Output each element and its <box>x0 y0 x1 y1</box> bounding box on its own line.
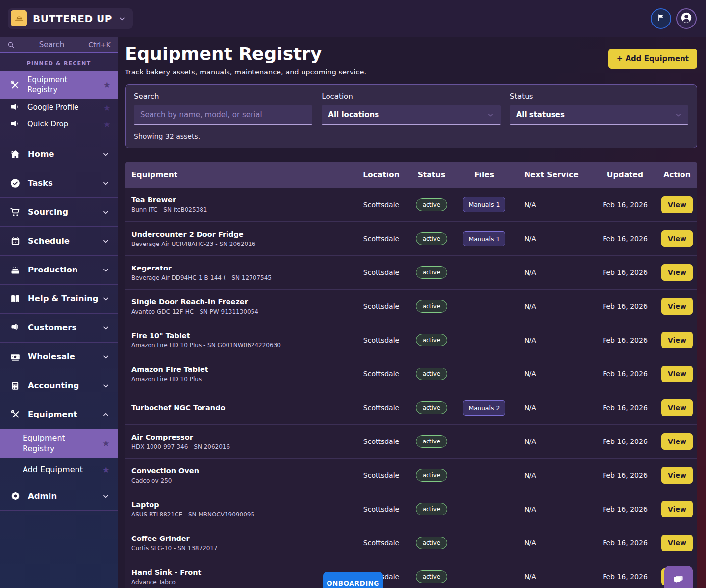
equipment-name: Tea Brewer <box>131 196 351 204</box>
calculator-icon <box>9 381 22 391</box>
view-button[interactable]: View <box>661 264 693 281</box>
chevron-down-icon[interactable] <box>102 266 110 274</box>
column-header-next-service: Next Service <box>517 171 593 179</box>
tasks-icon <box>9 178 22 189</box>
calendar-icon <box>9 236 22 246</box>
book-icon <box>9 294 22 304</box>
chevron-down-icon[interactable] <box>102 295 110 303</box>
chevron-down-icon[interactable] <box>102 492 110 500</box>
updated-cell: Feb 16, 2026 <box>593 336 657 344</box>
user-icon <box>680 11 693 26</box>
status-badge: active <box>416 368 447 380</box>
home-icon <box>9 149 22 160</box>
sidebar-item-accounting[interactable]: Accounting <box>0 371 118 400</box>
table-row: Air CompressorHDX 1000-997-346 - SN 2062… <box>125 424 697 458</box>
equipment-model: Bunn ITC - SN itcB025381 <box>131 206 351 213</box>
status-filter-label: Status <box>510 92 688 101</box>
sidebar-item-help-training[interactable]: Help & Training <box>0 284 118 313</box>
star-icon[interactable]: ★ <box>102 439 110 448</box>
chat-widget-button[interactable] <box>664 566 693 588</box>
flag-button[interactable] <box>651 8 671 29</box>
chevron-down-icon[interactable] <box>102 382 110 390</box>
megaphone-icon <box>9 322 22 333</box>
top-bar: BUTTERED UP <box>0 0 706 37</box>
search-input[interactable] <box>134 105 312 125</box>
manuals-button[interactable]: Manuals 2 <box>463 400 506 416</box>
table-row: KegeratorBeverage Air DD94HC-1-B-144 ( -… <box>125 255 697 289</box>
updated-cell: Feb 16, 2026 <box>593 201 657 209</box>
status-badge: active <box>416 537 447 549</box>
view-button[interactable]: View <box>661 467 693 484</box>
flag-icon <box>656 13 666 24</box>
equipment-name: Air Compressor <box>131 433 351 441</box>
sidebar-item-google-profile[interactable]: Google Profile★ <box>0 99 118 116</box>
view-button[interactable]: View <box>661 535 693 551</box>
chevron-up-icon[interactable] <box>102 411 110 418</box>
location-cell: Scottsdale <box>351 438 412 445</box>
location-cell: Scottsdale <box>351 201 412 209</box>
sidebar-item-tasks[interactable]: Tasks <box>0 169 118 197</box>
sidebar-item-production[interactable]: Production <box>0 255 118 284</box>
view-button[interactable]: View <box>661 399 693 416</box>
column-header-location: Location <box>351 171 412 179</box>
cart-icon <box>9 207 22 218</box>
equipment-model: HDX 1000-997-346 - SN 2062016 <box>131 443 351 450</box>
sidebar-item-wholesale[interactable]: Wholesale <box>0 342 118 371</box>
sidebar-item-label: Help & Training <box>28 294 102 303</box>
add-equipment-button[interactable]: + Add Equipment <box>608 49 697 69</box>
sidebar-item-schedule[interactable]: Schedule <box>0 226 118 255</box>
location-select[interactable]: All locations <box>322 105 500 125</box>
manuals-button[interactable]: Manuals 1 <box>463 231 506 246</box>
wrench-icon <box>9 80 21 90</box>
updated-cell: Feb 16, 2026 <box>593 404 657 412</box>
sidebar-item-home[interactable]: Home <box>0 140 118 169</box>
sidebar-item-sourcing[interactable]: Sourcing <box>0 197 118 226</box>
view-button[interactable]: View <box>661 196 693 213</box>
chevron-down-icon[interactable] <box>102 179 110 187</box>
equipment-table: Equipment Location Status Files Next Ser… <box>125 162 697 588</box>
sidebar-item-label: Sourcing <box>28 207 102 217</box>
manuals-button[interactable]: Manuals 1 <box>463 197 506 212</box>
chevron-down-icon[interactable] <box>102 208 110 216</box>
chevron-down-icon[interactable] <box>102 237 110 245</box>
account-button[interactable] <box>676 8 697 29</box>
view-button[interactable]: View <box>661 230 693 247</box>
sidebar-item-admin[interactable]: Admin <box>0 482 118 511</box>
view-button[interactable]: View <box>661 433 693 450</box>
view-button[interactable]: View <box>661 332 693 348</box>
sidebar-item-equipment[interactable]: Equipment <box>0 400 118 429</box>
equipment-model: Curtis SLG-10 - SN 13872017 <box>131 545 351 552</box>
updated-cell: Feb 16, 2026 <box>593 235 657 243</box>
view-button[interactable]: View <box>661 298 693 315</box>
workspace-switcher[interactable]: BUTTERED UP <box>8 8 133 29</box>
location-filter-label: Location <box>322 92 500 101</box>
table-row: Turbochef NGC TorandoScottsdaleactiveMan… <box>125 391 697 424</box>
sidebar-item-customers[interactable]: Customers <box>0 313 118 342</box>
sidebar-search[interactable]: Search Ctrl+K <box>0 37 118 53</box>
view-button[interactable]: View <box>661 366 693 382</box>
sidebar-item-label: Admin <box>28 491 102 501</box>
view-button[interactable]: View <box>661 501 693 517</box>
equipment-name: Fire 10" Tablet <box>131 332 351 340</box>
sidebar-item-equipment-registry[interactable]: Equipment Registry★ <box>0 71 118 99</box>
star-icon[interactable]: ★ <box>103 80 111 90</box>
sidebar-item-quick-drop[interactable]: Quick Drop★ <box>0 116 118 133</box>
updated-cell: Feb 16, 2026 <box>593 471 657 479</box>
chevron-down-icon[interactable] <box>102 353 110 361</box>
equipment-name: Hand Sink - Front <box>131 568 351 576</box>
chevron-down-icon[interactable] <box>102 150 110 158</box>
status-select[interactable]: All statuses <box>510 105 688 125</box>
status-badge: active <box>416 266 447 279</box>
onboarding-button[interactable]: ONBOARDING <box>323 572 383 588</box>
star-icon[interactable]: ★ <box>103 120 111 129</box>
page-subtitle: Track bakery assets, manuals, maintenanc… <box>125 68 366 76</box>
next-service-cell: N/A <box>517 539 593 547</box>
status-badge: active <box>416 570 447 583</box>
star-icon[interactable]: ★ <box>102 465 110 475</box>
star-icon[interactable]: ★ <box>103 103 111 113</box>
chevron-down-icon[interactable] <box>102 324 110 332</box>
sidebar-subitem-equipment-registry[interactable]: Equipment Registry★ <box>0 429 118 459</box>
top-actions <box>651 8 697 29</box>
sidebar-subitem-add-equipment[interactable]: Add Equipment★ <box>0 458 118 482</box>
table-row: Coffee GrinderCurtis SLG-10 - SN 1387201… <box>125 526 697 560</box>
